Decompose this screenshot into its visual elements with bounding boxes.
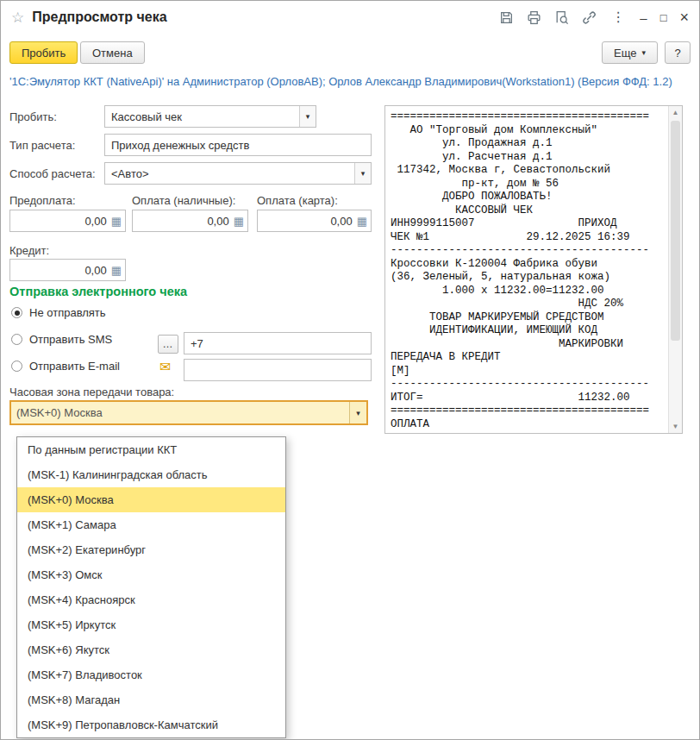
print-icon[interactable] [527,10,541,25]
envelope-icon[interactable]: ✉ [159,361,171,374]
save-icon[interactable] [499,10,514,25]
radio-send-email-label: Отправить E-mail [29,360,120,373]
prepayment-label: Предоплата: [9,194,76,207]
calc-method-value: <Авто> [105,167,354,180]
calculator-icon[interactable]: ▦ [234,216,244,227]
receipt-line: АО "Торговый дом Комплексный" [391,124,668,138]
cancel-button-label: Отмена [92,47,133,60]
timezone-value: (MSK+0) Москва [11,406,349,419]
titlebar: ☆ Предпросмотр чека ⋮ – □ × [1,1,699,34]
dropdown-item[interactable]: (MSK+6) Якутск [17,637,285,662]
receipt-line: КАССОВЫЙ ЧЕК [391,204,668,218]
ereceipt-section-header: Отправка электронного чека [9,285,187,298]
radio-unselected-icon [11,361,22,372]
sms-phone-input[interactable]: +7 [184,332,372,354]
timezone-dropdown: По данным регистрации ККТ (MSK-1) Калини… [16,436,286,738]
receipt-line: ---------------------------------------- [391,244,668,258]
more-button[interactable]: Еще ▾ [602,41,658,64]
calc-method-label: Способ расчета: [9,167,96,180]
dropdown-item[interactable]: (MSK+9) Петропавловск-Камчатский [17,712,285,737]
maximize-button[interactable]: □ [660,12,667,23]
receipt-line: ул. Продажная д.1 [391,137,668,151]
radio-no-send[interactable]: Не отправлять [11,306,106,319]
email-input[interactable] [184,359,372,381]
device-info-text: '1С:Эмулятор ККТ (NativeApi)' на Админис… [9,73,689,91]
payment-cash-field[interactable]: 0,00 ▦ [132,210,248,232]
scroll-up-icon[interactable]: ▲ [669,106,682,119]
favorite-star-icon[interactable]: ☆ [11,10,24,25]
close-button[interactable]: × [679,9,689,25]
operation-select[interactable]: Кассовый чек ▾ [104,105,316,128]
chevron-down-icon[interactable]: ▾ [299,106,316,127]
receipt-line: Кроссовки К-120004 Фабрика обуви [391,258,668,272]
dropdown-item[interactable]: (MSK+3) Омск [17,562,285,587]
radio-no-send-label: Не отправлять [29,306,106,319]
payment-card-field[interactable]: 0,00 ▦ [257,210,372,232]
dropdown-item[interactable]: (MSK+8) Магадан [17,687,285,712]
receipt-line: (36, Зеленый, 5, натуральная кожа) [391,271,668,285]
help-button[interactable]: ? [665,41,691,64]
receipt-preview-window: ☆ Предпросмотр чека ⋮ – □ × [0,0,700,740]
calculator-icon[interactable]: ▦ [111,216,122,227]
dropdown-item[interactable]: (MSK+1) Самара [17,512,285,537]
chevron-down-icon: ▾ [641,48,646,57]
sms-choose-button[interactable]: … [158,335,178,354]
receipt-line: ул. Расчетная д.1 [391,151,668,165]
receipt-text: ========================================… [385,106,668,433]
operation-value: Кассовый чек [105,110,299,123]
dropdown-item[interactable]: По данным регистрации ККТ [17,437,285,462]
help-button-label: ? [674,47,680,60]
dropdown-item[interactable]: (MSK+7) Владивосток [17,662,285,687]
receipt-line: 1.000 x 11232.00=11232.00 [391,285,668,298]
more-button-label: Еще [614,47,636,60]
operation-label: Пробить: [9,110,57,123]
dropdown-item[interactable]: (MSK-1) Калининградская область [17,462,285,487]
radio-send-email[interactable]: Отправить E-mail [11,360,120,373]
dropdown-item[interactable]: (MSK+5) Иркутск [17,612,285,637]
radio-send-sms[interactable]: Отправить SMS [11,333,112,346]
receipt-line: ОПЛАТА [391,418,668,432]
calc-type-field[interactable]: Приход денежных средств [104,134,372,156]
chevron-down-icon[interactable]: ▾ [349,402,366,423]
commit-button[interactable]: Пробить [9,41,78,64]
kebab-menu-icon[interactable]: ⋮ [609,10,627,24]
dropdown-item[interactable]: (MSK+2) Екатеринбург [17,537,285,562]
prepayment-field[interactable]: 0,00 ▦ [9,210,126,232]
receipt-line: ПЕРЕДАЧА В КРЕДИТ [391,351,668,365]
window-title: Предпросмотр чека [32,9,166,25]
link-icon[interactable] [582,10,597,25]
receipt-preview-panel: ========================================… [384,105,683,434]
radio-unselected-icon [11,334,22,345]
receipt-line: ---------------------------------------- [391,378,668,392]
receipt-line: ЧЕК №1 29.12.2025 16:39 [391,231,668,245]
receipt-line: ======================================== [391,110,668,124]
receipt-scrollbar[interactable]: ▲ ▼ [668,106,682,433]
receipt-line: 117342, Москва г, Севастопольский [391,164,668,178]
receipt-line: ======================================== [391,404,668,418]
scroll-thumb[interactable] [671,121,680,341]
receipt-line: ДОБРО ПОЖАЛОВАТЬ! [391,191,668,204]
receipt-line: ТОВАР МАРКИРУЕМЫЙ СРЕДСТВОМ [391,311,668,325]
calc-method-select[interactable]: <Авто> ▾ [104,162,372,185]
sms-phone-value: +7 [191,337,203,350]
calculator-icon[interactable]: ▦ [111,265,122,276]
chevron-down-icon[interactable]: ▾ [354,163,371,184]
prepayment-value: 0,00 [84,215,106,228]
cancel-button[interactable]: Отмена [80,41,145,64]
receipt-line: МАРКИРОВКИ [391,338,668,352]
dropdown-item[interactable]: (MSK+4) Красноярск [17,587,285,612]
credit-field[interactable]: 0,00 ▦ [9,259,126,281]
preview-icon[interactable] [554,10,569,25]
payment-card-label: Оплата (карта): [257,194,338,207]
receipt-line: ИТОГ= 11232.00 [391,392,668,405]
receipt-line: ИДЕНТИФИКАЦИИ, ИМЕЮЩИЙ КОД [391,324,668,338]
calculator-icon[interactable]: ▦ [357,216,367,227]
payment-cash-value: 0,00 [207,215,228,228]
dropdown-item-selected[interactable]: (MSK+0) Москва [17,487,285,512]
timezone-select[interactable]: (MSK+0) Москва ▾ [9,400,368,425]
receipt-line: [M] [391,365,668,379]
scroll-down-icon[interactable]: ▼ [669,420,682,433]
minimize-button[interactable]: – [640,11,647,24]
receipt-line: пр-кт, дом № 56 [391,178,668,191]
calc-type-value: Приход денежных средств [111,139,249,152]
